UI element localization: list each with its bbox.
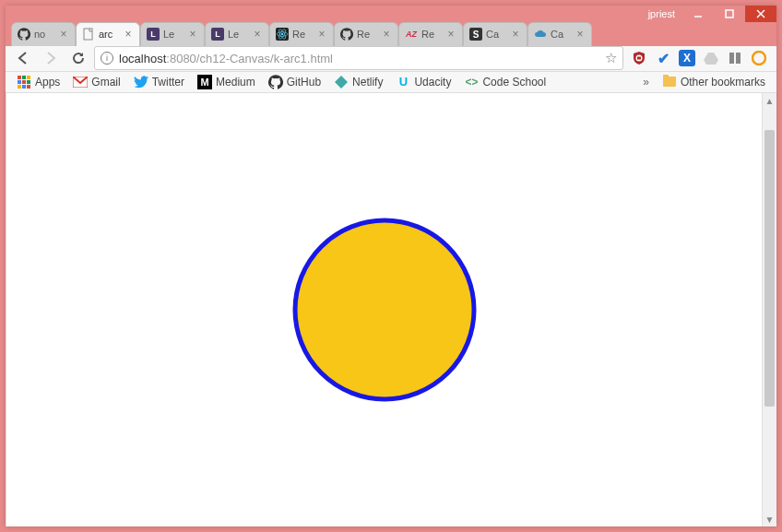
bookmark-gmail[interactable]: Gmail <box>69 73 124 91</box>
scroll-down-icon[interactable]: ▼ <box>763 512 776 526</box>
window-minimize-button[interactable] <box>682 6 714 22</box>
tab-0[interactable]: no × <box>11 22 76 46</box>
github-icon <box>340 28 353 41</box>
medium-icon: M <box>197 75 212 89</box>
scroll-up-icon[interactable]: ▲ <box>763 93 776 108</box>
tab-close-icon[interactable]: × <box>252 29 263 40</box>
bookmark-twitter[interactable]: Twitter <box>130 73 188 91</box>
svg-point-13 <box>752 52 765 65</box>
folder-icon <box>662 75 677 89</box>
close-icon <box>755 8 766 19</box>
bookmarks-bar: Apps Gmail Twitter M Medium GitHub Netli… <box>6 72 776 93</box>
bookmark-udacity[interactable]: U Udacity <box>392 73 455 91</box>
tab-close-icon[interactable]: × <box>510 29 521 40</box>
bookmark-label: Medium <box>216 76 255 89</box>
netlify-icon <box>334 75 349 89</box>
extension-icons: ✔ X <box>627 50 771 66</box>
tab-label: Ca <box>486 29 506 40</box>
tab-label: Ca <box>551 29 571 40</box>
tab-1[interactable]: arc × <box>76 22 140 46</box>
minimize-icon <box>693 8 704 19</box>
tab-4[interactable]: Re × <box>269 22 334 46</box>
bookmark-label: Apps <box>35 76 60 89</box>
bookmark-label: Twitter <box>152 76 184 89</box>
ublock-extension-icon[interactable] <box>631 50 647 66</box>
bookmark-overflow[interactable]: » <box>639 74 653 90</box>
svg-rect-4 <box>84 29 92 40</box>
maximize-icon <box>724 8 735 19</box>
tab-3[interactable]: L Le × <box>205 22 269 46</box>
bookmark-codeschool[interactable]: <> Code School <box>460 73 550 91</box>
address-bar[interactable]: i localhost:8080/ch12-Canvas/k-arc1.html… <box>94 46 623 70</box>
site-icon: S <box>469 28 482 41</box>
bookmark-star-icon[interactable]: ☆ <box>605 50 617 66</box>
bookmark-github[interactable]: GitHub <box>265 73 325 91</box>
window-close-button[interactable] <box>745 6 776 22</box>
site-info-icon[interactable]: i <box>101 52 113 65</box>
window-user-label: jpriest <box>641 6 682 22</box>
tab-2[interactable]: L Le × <box>140 22 205 46</box>
drive-extension-icon[interactable] <box>703 50 719 66</box>
bookmark-label: Gmail <box>91 76 120 89</box>
tab-close-icon[interactable]: × <box>58 29 69 40</box>
page-content <box>6 93 762 526</box>
reload-icon <box>71 51 86 65</box>
tab-6[interactable]: AZ Re × <box>398 22 463 46</box>
window-maximize-button[interactable] <box>714 6 745 22</box>
reload-button[interactable] <box>66 46 90 70</box>
cloud-icon <box>534 28 547 41</box>
tab-label: Re <box>357 29 377 40</box>
extension-icon-circle[interactable] <box>751 50 767 66</box>
url-text: localhost:8080/ch12-Canvas/k-arc1.html <box>119 52 599 65</box>
tab-8[interactable]: Ca × <box>527 22 592 46</box>
bookmark-label: Code School <box>482 76 546 89</box>
github-icon <box>268 75 283 89</box>
tab-close-icon[interactable]: × <box>316 29 327 40</box>
canvas-drawing <box>6 93 761 526</box>
tab-5[interactable]: Re × <box>334 22 398 46</box>
svg-rect-12 <box>736 53 741 64</box>
bookmark-other[interactable]: Other bookmarks <box>658 73 769 91</box>
twitter-icon <box>134 75 148 89</box>
apps-icon <box>17 75 31 89</box>
tab-strip: no × arc × L Le × L Le × Re × Re × <box>6 22 776 46</box>
arrow-left-icon <box>15 50 31 66</box>
svg-point-5 <box>281 33 283 35</box>
bookmark-medium[interactable]: M Medium <box>194 73 259 91</box>
github-icon <box>18 28 30 41</box>
forward-button[interactable] <box>39 46 63 70</box>
bookmark-label: Udacity <box>414 76 451 89</box>
bookmark-netlify[interactable]: Netlify <box>330 73 386 91</box>
tab-close-icon[interactable]: × <box>381 29 392 40</box>
vertical-scrollbar[interactable]: ▲ ▼ <box>762 93 776 526</box>
tab-label: Re <box>292 29 313 40</box>
tab-label: Le <box>228 29 248 40</box>
tab-close-icon[interactable]: × <box>445 29 456 40</box>
site-icon: L <box>211 28 224 41</box>
extension-icon-panels[interactable] <box>727 50 743 66</box>
react-icon <box>276 28 289 41</box>
svg-rect-1 <box>726 10 733 18</box>
site-icon: L <box>147 28 160 41</box>
svg-rect-10 <box>637 57 641 60</box>
canvas-circle <box>295 220 474 399</box>
bookmark-apps[interactable]: Apps <box>13 73 64 91</box>
window-titlebar: jpriest <box>6 6 776 22</box>
tab-close-icon[interactable]: × <box>187 29 198 40</box>
extension-icon-v[interactable]: ✔ <box>655 50 671 66</box>
bookmark-label: Netlify <box>352 76 383 89</box>
extension-icon-x[interactable]: X <box>679 50 695 66</box>
tab-label: Re <box>421 29 442 40</box>
tab-close-icon[interactable]: × <box>575 29 586 40</box>
tab-label: arc <box>99 29 119 40</box>
back-button[interactable] <box>11 46 35 70</box>
tab-close-icon[interactable]: × <box>123 29 134 40</box>
tab-label: Le <box>163 29 184 40</box>
page-icon <box>82 28 95 41</box>
codeschool-icon: <> <box>464 75 479 89</box>
tab-7[interactable]: S Ca × <box>463 22 527 46</box>
bookmark-label: Other bookmarks <box>681 76 765 89</box>
tab-label: no <box>34 29 54 40</box>
svg-rect-11 <box>729 53 734 64</box>
scrollbar-thumb[interactable] <box>764 130 775 407</box>
